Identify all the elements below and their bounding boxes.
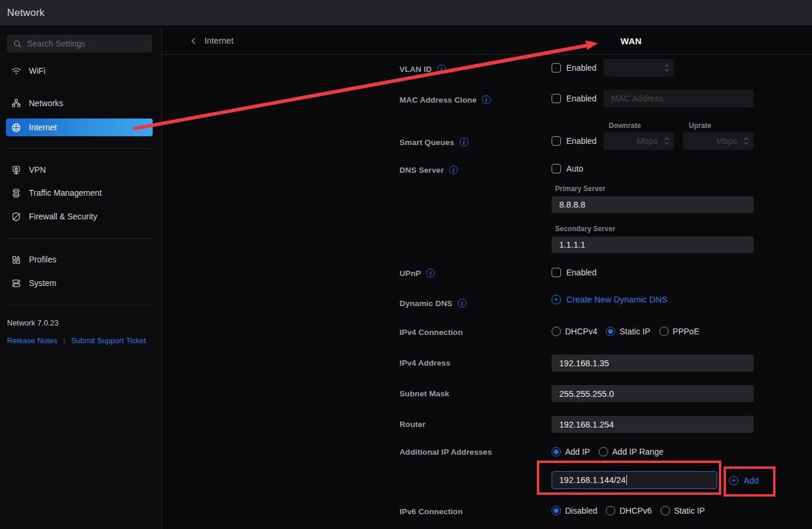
breadcrumb-back[interactable]: Internet <box>189 36 233 45</box>
sidebar-item-system[interactable]: System <box>6 274 153 292</box>
radio-icon[interactable] <box>661 506 670 515</box>
radio-pppoe[interactable]: PPPoE <box>659 327 699 336</box>
radio-add-ip-range[interactable]: Add IP Range <box>599 447 664 456</box>
search-input[interactable]: Search Settings <box>7 35 152 52</box>
search-placeholder: Search Settings <box>27 39 85 48</box>
subnet-mask-label: Subnet Mask <box>400 389 449 398</box>
radio-icon[interactable] <box>599 447 608 456</box>
wifi-icon <box>11 66 21 76</box>
smart-queues-enabled-checkbox[interactable]: Enabled <box>552 136 596 146</box>
primary-dns-input[interactable] <box>552 196 754 213</box>
vlan-id-label: VLAN ID <box>400 65 446 74</box>
sidebar-item-firewall-security[interactable]: Firewall & Security <box>6 208 153 225</box>
top-bar: Network <box>0 0 812 26</box>
sidebar-divider <box>7 148 153 149</box>
upnp-enabled-checkbox[interactable]: Enabled <box>552 268 596 277</box>
shapes-icon <box>11 255 21 265</box>
sidebar-item-networks[interactable]: Networks <box>6 94 153 112</box>
sidebar-item-label: WiFi <box>29 66 45 75</box>
dynamic-dns-label: Dynamic DNS <box>400 299 467 308</box>
sidebar-item-profiles[interactable]: Profiles <box>6 251 153 268</box>
radio-dhcpv6[interactable]: DHCPv6 <box>606 506 651 515</box>
mac-clone-enabled-checkbox[interactable]: Enabled <box>552 94 596 103</box>
radio-icon[interactable] <box>552 327 561 336</box>
radio-selected-icon[interactable] <box>552 506 561 515</box>
radio-static-ip[interactable]: Static IP <box>606 327 650 336</box>
wan-settings-panel: Internet WAN VLAN ID Enabled MAC Address… <box>163 26 812 529</box>
server-stack-icon <box>11 278 21 288</box>
radio-selected-icon[interactable] <box>606 327 615 336</box>
router-input[interactable] <box>552 416 754 433</box>
sidebar-item-label: Internet <box>29 123 57 132</box>
create-dynamic-dns-link[interactable]: Create New Dynamic DNS <box>552 295 668 304</box>
upnp-label: UPnP <box>400 269 435 278</box>
text-cursor <box>626 475 628 485</box>
dns-auto-checkbox[interactable]: Auto <box>552 164 583 173</box>
info-icon[interactable] <box>449 166 458 175</box>
vlan-enabled-checkbox[interactable]: Enabled <box>552 63 596 73</box>
traffic-chip-icon <box>11 188 21 198</box>
ipv6-connection-label: IPv6 Connection <box>400 507 463 516</box>
radio-static-ip-v6[interactable]: Static IP <box>661 506 705 515</box>
additional-ip-addresses-label: Additional IP Addresses <box>400 448 492 456</box>
page-title: WAN <box>620 36 642 46</box>
info-icon[interactable] <box>426 269 435 278</box>
sidebar-item-label: Firewall & Security <box>29 212 97 221</box>
uprate-input-wrap <box>683 132 754 150</box>
ipv6-connection-radios: Disabled DHCPv6 Static IP <box>552 506 705 515</box>
globe-icon <box>11 123 21 133</box>
info-icon[interactable] <box>437 65 446 74</box>
stepper-icon[interactable] <box>664 136 670 146</box>
info-icon[interactable] <box>460 138 468 147</box>
shield-icon <box>11 212 21 222</box>
sidebar-item-label: VPN <box>29 165 46 175</box>
mac-address-clone-label: MAC Address Clone <box>400 96 491 104</box>
smart-queues-label: Smart Queues <box>400 138 468 147</box>
networks-icon <box>11 98 21 109</box>
sidebar-item-label: Profiles <box>29 255 57 264</box>
search-icon <box>13 40 22 48</box>
checkbox-icon[interactable] <box>552 136 561 146</box>
additional-ip-input[interactable]: 192.168.1.144/24 <box>552 471 717 489</box>
submit-support-ticket-link[interactable]: Submit Support Ticket <box>71 336 146 345</box>
downrate-input-wrap <box>603 132 674 150</box>
info-icon[interactable] <box>482 96 491 104</box>
checkbox-icon[interactable] <box>552 268 561 277</box>
vpn-lock-icon <box>11 165 21 175</box>
radio-icon[interactable] <box>606 506 615 515</box>
sidebar-item-traffic-management[interactable]: Traffic Management <box>6 184 153 202</box>
info-icon[interactable] <box>458 299 467 308</box>
sidebar-divider <box>7 305 153 305</box>
chevron-left-icon <box>189 37 198 45</box>
link-divider: | <box>63 336 65 345</box>
add-ip-button[interactable]: Add <box>729 476 759 485</box>
radio-selected-icon[interactable] <box>552 447 561 456</box>
checkbox-icon[interactable] <box>552 63 561 73</box>
checkbox-icon[interactable] <box>552 94 561 103</box>
stepper-icon[interactable] <box>664 63 670 73</box>
ipv4-connection-label: IPv4 Connection <box>400 328 463 337</box>
sidebar-item-internet[interactable]: Internet <box>6 119 153 136</box>
subnet-mask-input[interactable] <box>552 385 754 402</box>
plus-circle-icon <box>729 476 738 485</box>
sidebar-item-wifi[interactable]: WiFi <box>6 62 153 80</box>
radio-dhcpv4[interactable]: DHCPv4 <box>552 327 597 336</box>
secondary-dns-input[interactable] <box>552 236 754 253</box>
stepper-icon[interactable] <box>743 136 750 146</box>
radio-disabled[interactable]: Disabled <box>552 506 597 515</box>
sidebar-item-label: Networks <box>29 98 63 108</box>
ipv4-connection-radios: DHCPv4 Static IP PPPoE <box>552 327 699 336</box>
radio-add-ip[interactable]: Add IP <box>552 447 590 456</box>
radio-icon[interactable] <box>659 327 669 336</box>
ipv4-address-input[interactable] <box>552 354 754 372</box>
app-window: Network Search Settings WiFi Networks <box>0 0 812 529</box>
breadcrumb-label: Internet <box>204 36 233 45</box>
downrate-label: Downrate <box>609 121 641 130</box>
secondary-server-label: Secondary Server <box>555 225 615 233</box>
checkbox-icon[interactable] <box>552 164 561 173</box>
settings-sidebar: Search Settings WiFi Networks Internet <box>0 26 162 529</box>
version-label: Network 7.0.23 <box>7 318 58 327</box>
mac-address-input[interactable] <box>603 90 754 107</box>
sidebar-item-vpn[interactable]: VPN <box>6 161 153 179</box>
release-notes-link[interactable]: Release Notes <box>7 336 57 345</box>
